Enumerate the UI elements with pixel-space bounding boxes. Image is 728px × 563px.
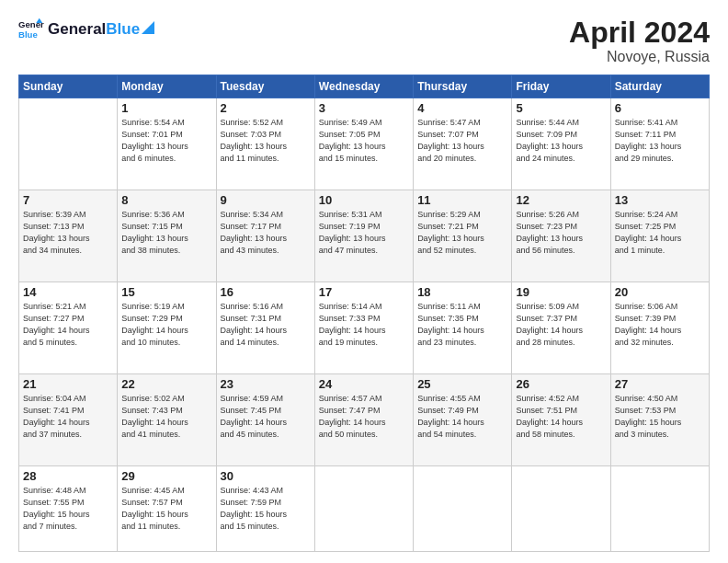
calendar-cell: 28Sunrise: 4:48 AM Sunset: 7:55 PM Dayli… [19, 466, 118, 552]
calendar-week-row: 14Sunrise: 5:21 AM Sunset: 7:27 PM Dayli… [19, 282, 710, 374]
calendar-week-row: 21Sunrise: 5:04 AM Sunset: 7:41 PM Dayli… [19, 374, 710, 466]
day-number: 18 [417, 285, 507, 299]
calendar-cell: 14Sunrise: 5:21 AM Sunset: 7:27 PM Dayli… [19, 282, 118, 374]
calendar-cell: 29Sunrise: 4:45 AM Sunset: 7:57 PM Dayli… [118, 466, 216, 552]
day-info: Sunrise: 5:24 AM Sunset: 7:25 PM Dayligh… [615, 209, 705, 257]
day-info: Sunrise: 5:31 AM Sunset: 7:19 PM Dayligh… [319, 209, 409, 257]
calendar-cell: 20Sunrise: 5:06 AM Sunset: 7:39 PM Dayli… [610, 282, 709, 374]
calendar-cell: 26Sunrise: 4:52 AM Sunset: 7:51 PM Dayli… [512, 374, 610, 466]
day-number: 9 [221, 193, 311, 207]
calendar-cell [19, 98, 118, 190]
calendar-week-row: 7Sunrise: 5:39 AM Sunset: 7:13 PM Daylig… [19, 190, 710, 282]
day-info: Sunrise: 4:57 AM Sunset: 7:47 PM Dayligh… [319, 393, 409, 441]
header: General Blue GeneralBlue April 2024 Novo… [18, 17, 710, 65]
calendar-cell: 7Sunrise: 5:39 AM Sunset: 7:13 PM Daylig… [19, 190, 118, 282]
day-info: Sunrise: 4:45 AM Sunset: 7:57 PM Dayligh… [121, 485, 211, 533]
col-sunday: Sunday [19, 75, 118, 98]
calendar-cell: 11Sunrise: 5:29 AM Sunset: 7:21 PM Dayli… [414, 190, 512, 282]
calendar-cell: 16Sunrise: 5:16 AM Sunset: 7:31 PM Dayli… [216, 282, 314, 374]
calendar-table: Sunday Monday Tuesday Wednesday Thursday… [18, 75, 710, 552]
day-number: 19 [516, 285, 606, 299]
calendar-cell [512, 466, 610, 552]
day-info: Sunrise: 5:02 AM Sunset: 7:43 PM Dayligh… [121, 393, 211, 441]
calendar-cell: 24Sunrise: 4:57 AM Sunset: 7:47 PM Dayli… [314, 374, 413, 466]
calendar-cell: 12Sunrise: 5:26 AM Sunset: 7:23 PM Dayli… [512, 190, 610, 282]
day-number: 13 [615, 193, 705, 207]
day-info: Sunrise: 5:34 AM Sunset: 7:17 PM Dayligh… [221, 209, 311, 257]
calendar-cell: 4Sunrise: 5:47 AM Sunset: 7:07 PM Daylig… [414, 98, 512, 190]
day-info: Sunrise: 5:11 AM Sunset: 7:35 PM Dayligh… [417, 301, 507, 349]
calendar-cell: 22Sunrise: 5:02 AM Sunset: 7:43 PM Dayli… [118, 374, 216, 466]
calendar-cell: 23Sunrise: 4:59 AM Sunset: 7:45 PM Dayli… [216, 374, 314, 466]
day-info: Sunrise: 5:41 AM Sunset: 7:11 PM Dayligh… [615, 117, 705, 165]
day-info: Sunrise: 4:59 AM Sunset: 7:45 PM Dayligh… [221, 393, 311, 441]
calendar-cell [414, 466, 512, 552]
day-number: 22 [121, 377, 211, 391]
calendar-cell: 21Sunrise: 5:04 AM Sunset: 7:41 PM Dayli… [19, 374, 118, 466]
calendar-cell: 15Sunrise: 5:19 AM Sunset: 7:29 PM Dayli… [118, 282, 216, 374]
day-info: Sunrise: 4:52 AM Sunset: 7:51 PM Dayligh… [516, 393, 606, 441]
calendar-week-row: 1Sunrise: 5:54 AM Sunset: 7:01 PM Daylig… [19, 98, 710, 190]
logo-icon: General Blue [18, 17, 44, 42]
logo-arrow-icon [142, 21, 154, 34]
calendar-cell: 2Sunrise: 5:52 AM Sunset: 7:03 PM Daylig… [216, 98, 314, 190]
day-number: 12 [516, 193, 606, 207]
day-number: 8 [121, 193, 211, 207]
day-info: Sunrise: 4:50 AM Sunset: 7:53 PM Dayligh… [615, 393, 705, 441]
calendar-cell: 8Sunrise: 5:36 AM Sunset: 7:15 PM Daylig… [118, 190, 216, 282]
calendar-cell [610, 466, 709, 552]
day-info: Sunrise: 5:52 AM Sunset: 7:03 PM Dayligh… [221, 117, 311, 165]
day-number: 20 [615, 285, 705, 299]
day-info: Sunrise: 5:26 AM Sunset: 7:23 PM Dayligh… [516, 209, 606, 257]
calendar-week-row: 28Sunrise: 4:48 AM Sunset: 7:55 PM Dayli… [19, 466, 710, 552]
day-number: 23 [221, 377, 311, 391]
calendar-cell: 13Sunrise: 5:24 AM Sunset: 7:25 PM Dayli… [610, 190, 709, 282]
col-wednesday: Wednesday [314, 75, 413, 98]
day-number: 25 [417, 377, 507, 391]
calendar-cell: 6Sunrise: 5:41 AM Sunset: 7:11 PM Daylig… [610, 98, 709, 190]
day-info: Sunrise: 5:36 AM Sunset: 7:15 PM Dayligh… [121, 209, 211, 257]
calendar-cell: 1Sunrise: 5:54 AM Sunset: 7:01 PM Daylig… [118, 98, 216, 190]
day-info: Sunrise: 5:04 AM Sunset: 7:41 PM Dayligh… [23, 393, 113, 441]
day-number: 21 [23, 377, 113, 391]
calendar-cell: 5Sunrise: 5:44 AM Sunset: 7:09 PM Daylig… [512, 98, 610, 190]
day-info: Sunrise: 5:06 AM Sunset: 7:39 PM Dayligh… [615, 301, 705, 349]
day-number: 7 [23, 193, 113, 207]
day-info: Sunrise: 5:47 AM Sunset: 7:07 PM Dayligh… [417, 117, 507, 165]
day-info: Sunrise: 5:29 AM Sunset: 7:21 PM Dayligh… [417, 209, 507, 257]
day-info: Sunrise: 5:14 AM Sunset: 7:33 PM Dayligh… [319, 301, 409, 349]
day-info: Sunrise: 5:21 AM Sunset: 7:27 PM Dayligh… [23, 301, 113, 349]
day-number: 30 [221, 469, 311, 483]
day-number: 6 [615, 101, 705, 115]
page: General Blue GeneralBlue April 2024 Novo… [0, 0, 728, 563]
day-number: 5 [516, 101, 606, 115]
logo-blue: Blue [106, 20, 140, 39]
day-info: Sunrise: 5:54 AM Sunset: 7:01 PM Dayligh… [121, 117, 211, 165]
col-monday: Monday [118, 75, 216, 98]
day-info: Sunrise: 5:09 AM Sunset: 7:37 PM Dayligh… [516, 301, 606, 349]
day-number: 17 [319, 285, 409, 299]
calendar-cell: 19Sunrise: 5:09 AM Sunset: 7:37 PM Dayli… [512, 282, 610, 374]
day-number: 28 [23, 469, 113, 483]
col-saturday: Saturday [610, 75, 709, 98]
day-number: 29 [121, 469, 211, 483]
logo: General Blue GeneralBlue [18, 17, 154, 42]
calendar-cell: 3Sunrise: 5:49 AM Sunset: 7:05 PM Daylig… [314, 98, 413, 190]
col-friday: Friday [512, 75, 610, 98]
calendar-cell: 18Sunrise: 5:11 AM Sunset: 7:35 PM Dayli… [414, 282, 512, 374]
day-info: Sunrise: 4:43 AM Sunset: 7:59 PM Dayligh… [221, 485, 311, 533]
day-info: Sunrise: 5:19 AM Sunset: 7:29 PM Dayligh… [121, 301, 211, 349]
day-info: Sunrise: 5:16 AM Sunset: 7:31 PM Dayligh… [221, 301, 311, 349]
calendar-cell: 25Sunrise: 4:55 AM Sunset: 7:49 PM Dayli… [414, 374, 512, 466]
day-number: 4 [417, 101, 507, 115]
calendar-header-row: Sunday Monday Tuesday Wednesday Thursday… [19, 75, 710, 98]
calendar-cell: 10Sunrise: 5:31 AM Sunset: 7:19 PM Dayli… [314, 190, 413, 282]
title-block: April 2024 Novoye, Russia [569, 17, 710, 65]
calendar-cell [314, 466, 413, 552]
day-number: 26 [516, 377, 606, 391]
day-number: 11 [417, 193, 507, 207]
calendar-location: Novoye, Russia [569, 49, 710, 65]
col-thursday: Thursday [414, 75, 512, 98]
day-number: 3 [319, 101, 409, 115]
day-number: 2 [221, 101, 311, 115]
